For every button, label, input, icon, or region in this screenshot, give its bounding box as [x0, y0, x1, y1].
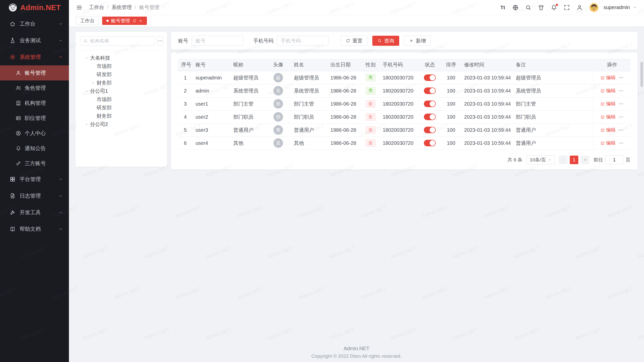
close-icon[interactable] — [139, 19, 143, 23]
tab-account-management[interactable]: 账号管理 — [102, 17, 147, 25]
edit-button[interactable]: 编辑 — [600, 74, 616, 81]
cell-account: admin — [192, 84, 230, 97]
tree-node-branch-1[interactable]: 分公司1 — [77, 87, 166, 95]
more-actions-icon[interactable] — [619, 88, 624, 93]
cell-birth: 1986-06-28 — [328, 137, 361, 150]
more-actions-icon[interactable] — [619, 141, 624, 146]
edit-button[interactable]: 编辑 — [600, 127, 616, 133]
chevron-down-icon — [58, 194, 63, 198]
goto-page-input[interactable] — [605, 155, 623, 164]
sidebar-item-help-docs[interactable]: 帮助文档 — [0, 221, 69, 237]
search-icon — [83, 39, 88, 43]
tree-node-market-dept-2[interactable]: 市场部 — [77, 95, 166, 104]
prev-page-button[interactable] — [559, 156, 568, 164]
sidebar-item-workbench[interactable]: 工作台 — [0, 16, 69, 32]
bell-icon[interactable] — [551, 4, 557, 11]
column-header-name: 姓名 — [291, 59, 327, 71]
org-search-input[interactable] — [90, 38, 152, 44]
caret-down-icon[interactable] — [85, 89, 89, 93]
status-toggle[interactable] — [424, 74, 436, 81]
cell-actions: 编辑 — [593, 97, 630, 110]
table-row: 6user4其他其其他1986-06-28女180200307201002023… — [178, 137, 630, 150]
add-button[interactable]: 新增 — [404, 36, 431, 46]
tree-node-rd-dept-2[interactable]: 研发部 — [77, 104, 166, 112]
sidebar-item-third-party-account[interactable]: 三方账号 — [0, 156, 69, 171]
user-avatar-badge: 超 — [273, 73, 283, 82]
chevron-down-icon — [58, 38, 63, 43]
cell-account: user3 — [192, 123, 230, 137]
tree-node-market-dept-1[interactable]: 市场部 — [77, 62, 166, 70]
caret-right-icon[interactable] — [85, 122, 89, 126]
tree-node-finance-dept-2[interactable]: 财务部 — [77, 112, 166, 120]
next-page-button[interactable] — [581, 156, 589, 164]
sidebar-item-role-management[interactable]: 角色管理 — [0, 80, 69, 96]
user-avatar[interactable] — [589, 3, 599, 12]
chevron-down-icon — [58, 22, 63, 26]
sidebar-item-platform-management[interactable]: 平台管理 — [0, 171, 69, 188]
account-input[interactable] — [192, 36, 243, 46]
reset-button[interactable]: 重置 — [341, 36, 368, 46]
cell-modified: 2023-01-03 10:59:44 — [461, 71, 513, 84]
sidebar-item-account-management[interactable]: 账号管理 — [0, 65, 69, 80]
edit-button[interactable]: 编辑 — [600, 101, 616, 107]
phone-input[interactable] — [277, 36, 329, 46]
caret-down-icon[interactable] — [85, 56, 89, 60]
status-toggle[interactable] — [424, 101, 436, 107]
sidebar-item-org-management[interactable]: 机构管理 — [0, 96, 69, 111]
search-icon — [377, 38, 382, 43]
app-logo[interactable]: Admin.NET — [0, 0, 69, 15]
search-icon[interactable] — [525, 4, 532, 11]
sidebar-item-notice-announcement[interactable]: 通知公告 — [0, 141, 69, 156]
caret-right-icon[interactable] — [91, 81, 95, 85]
username[interactable]: superadmin — [603, 5, 630, 10]
more-actions-icon[interactable] — [619, 101, 624, 106]
tree-node-rd-dept-1[interactable]: 研发部 — [77, 70, 166, 79]
edit-button[interactable]: 编辑 — [600, 87, 616, 94]
theme-icon[interactable] — [538, 4, 544, 11]
wrench-icon — [10, 209, 16, 215]
refresh-icon[interactable] — [132, 19, 136, 23]
user-icon[interactable] — [576, 4, 583, 11]
hamburger-icon[interactable] — [76, 4, 83, 11]
status-toggle[interactable] — [424, 127, 436, 133]
breadcrumb-item-workbench[interactable]: 工作台 — [89, 4, 104, 11]
edit-button[interactable]: 编辑 — [600, 114, 616, 120]
page-size-select[interactable]: 10条/页 — [527, 155, 555, 164]
sidebar-item-log-management[interactable]: 日志管理 — [0, 188, 69, 204]
globe-icon[interactable] — [512, 4, 519, 11]
tree-node-label: 分公司2 — [90, 121, 108, 128]
sidebar-item-label: 职位管理 — [25, 115, 63, 122]
sidebar-item-position-management[interactable]: 职位管理 — [0, 111, 69, 126]
edit-button[interactable]: 编辑 — [600, 140, 616, 146]
breadcrumb-item-system[interactable]: 系统管理 — [112, 4, 132, 11]
tree-more-button[interactable] — [157, 36, 163, 46]
font-size-icon[interactable]: Tt — [499, 4, 506, 11]
scrollbar[interactable] — [640, 62, 643, 87]
header-icons: Tt — [499, 4, 583, 11]
status-toggle[interactable] — [424, 114, 436, 120]
search-button[interactable]: 查询 — [372, 36, 399, 46]
chevron-down-icon[interactable] — [633, 5, 637, 10]
status-toggle[interactable] — [424, 87, 436, 94]
status-toggle[interactable] — [424, 140, 436, 146]
tree-node-daming-tech[interactable]: 大名科技 — [77, 54, 166, 62]
sidebar-item-dev-tools[interactable]: 开发工具 — [0, 204, 69, 221]
fullscreen-icon[interactable] — [564, 4, 570, 11]
tree-node-finance-dept-1[interactable]: 财务部 — [77, 79, 166, 87]
chevron-right-icon — [583, 158, 587, 162]
edit-label: 编辑 — [606, 114, 616, 120]
toggle-knob — [430, 88, 435, 94]
breadcrumb-item-current: 账号管理 — [139, 4, 159, 11]
sidebar-item-personal-center[interactable]: 个人中心 — [0, 126, 69, 141]
tree-node-label: 财务部 — [97, 113, 112, 119]
sidebar-item-system-management[interactable]: 系统管理 — [0, 49, 69, 65]
page-1-button[interactable]: 1 — [570, 156, 578, 164]
sidebar-item-business-test[interactable]: 业务测试 — [0, 32, 69, 49]
breadcrumb: 工作台 / 系统管理 / 账号管理 — [89, 4, 159, 11]
more-actions-icon[interactable] — [619, 127, 624, 132]
more-actions-icon[interactable] — [619, 75, 624, 80]
more-actions-icon[interactable] — [619, 114, 624, 119]
tab-workbench[interactable]: 工作台 — [76, 17, 99, 25]
tree-node-branch-2[interactable]: 分公司2 — [77, 120, 166, 128]
cell-sort: 100 — [441, 110, 461, 123]
